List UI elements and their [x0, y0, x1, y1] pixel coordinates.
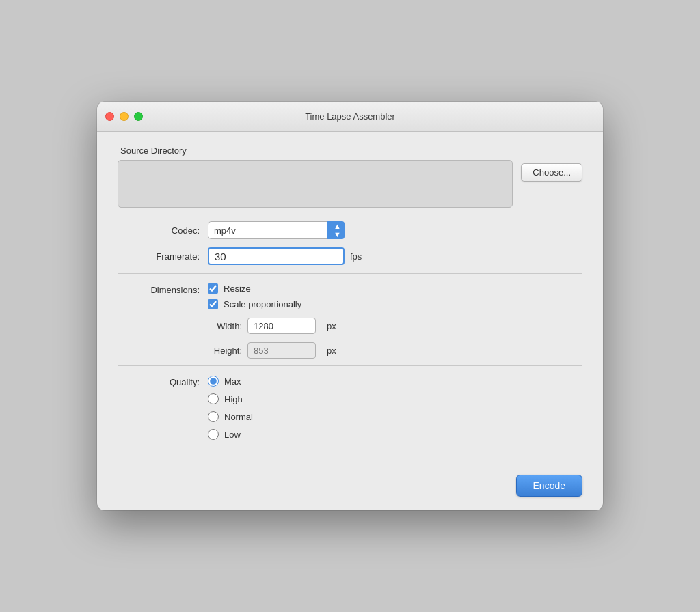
- height-input[interactable]: [247, 342, 316, 359]
- scale-row: Scale proportionally: [208, 299, 336, 309]
- source-directory-box[interactable]: [118, 160, 513, 208]
- source-section: Source Directory Choose...: [118, 145, 582, 208]
- framerate-row: Framerate: fps: [118, 247, 582, 265]
- width-input[interactable]: [247, 318, 316, 334]
- width-unit: px: [327, 321, 336, 331]
- dimensions-section: Dimensions: Resize Scale proportionally …: [118, 283, 582, 359]
- framerate-unit: fps: [350, 251, 362, 262]
- width-row: Width: px: [208, 318, 336, 334]
- quality-normal-radio[interactable]: [208, 411, 219, 422]
- encode-button[interactable]: Encode: [516, 475, 582, 497]
- divider-2: [118, 365, 582, 366]
- quality-max-label: Max: [224, 376, 241, 387]
- maximize-button[interactable]: [134, 112, 143, 121]
- source-left: Source Directory: [118, 145, 513, 208]
- quality-normal-label: Normal: [224, 412, 253, 422]
- close-button[interactable]: [105, 112, 114, 121]
- quality-options: Max High Normal Low: [208, 376, 253, 440]
- codec-select[interactable]: mp4v h264 hevc prores: [208, 221, 345, 239]
- quality-max-radio[interactable]: [208, 376, 219, 387]
- footer: Encode: [97, 464, 603, 510]
- content-area: Source Directory Choose... Codec: mp4v h…: [97, 132, 603, 457]
- height-row: Height: px: [208, 342, 336, 359]
- height-label: Height:: [208, 346, 242, 356]
- quality-section: Quality: Max High Normal Low: [118, 376, 582, 440]
- scale-checkbox[interactable]: [208, 299, 218, 309]
- codec-row: Codec: mp4v h264 hevc prores ▲ ▼: [118, 221, 582, 239]
- source-directory-label: Source Directory: [120, 145, 513, 156]
- traffic-lights: [105, 112, 143, 121]
- window-title: Time Lapse Assembler: [305, 111, 395, 122]
- quality-max-row: Max: [208, 376, 253, 387]
- quality-high-radio[interactable]: [208, 393, 219, 404]
- quality-label: Quality:: [118, 376, 200, 387]
- quality-high-row: High: [208, 393, 253, 404]
- quality-low-row: Low: [208, 429, 253, 440]
- codec-label: Codec:: [118, 225, 200, 236]
- quality-low-label: Low: [224, 430, 241, 440]
- dimensions-label: Dimensions:: [118, 283, 200, 295]
- main-window: Time Lapse Assembler Source Directory Ch…: [97, 102, 603, 510]
- scale-label: Scale proportionally: [224, 299, 301, 309]
- width-label: Width:: [208, 321, 242, 331]
- dimensions-controls: Resize Scale proportionally Width: px He…: [208, 283, 336, 359]
- framerate-label: Framerate:: [118, 251, 200, 262]
- quality-low-radio[interactable]: [208, 429, 219, 440]
- codec-section: Codec: mp4v h264 hevc prores ▲ ▼ Fra: [118, 221, 582, 265]
- resize-label: Resize: [224, 283, 251, 294]
- framerate-input[interactable]: [208, 247, 345, 265]
- quality-normal-row: Normal: [208, 411, 253, 422]
- choose-button[interactable]: Choose...: [521, 163, 582, 182]
- resize-row: Resize: [208, 283, 336, 294]
- resize-checkbox[interactable]: [208, 283, 218, 294]
- height-unit: px: [327, 346, 336, 356]
- dimensions-row: Dimensions: Resize Scale proportionally …: [118, 283, 582, 359]
- minimize-button[interactable]: [120, 112, 129, 121]
- quality-high-label: High: [224, 394, 243, 404]
- divider-1: [118, 273, 582, 274]
- codec-select-wrapper: mp4v h264 hevc prores ▲ ▼: [208, 221, 345, 239]
- titlebar: Time Lapse Assembler: [97, 102, 603, 132]
